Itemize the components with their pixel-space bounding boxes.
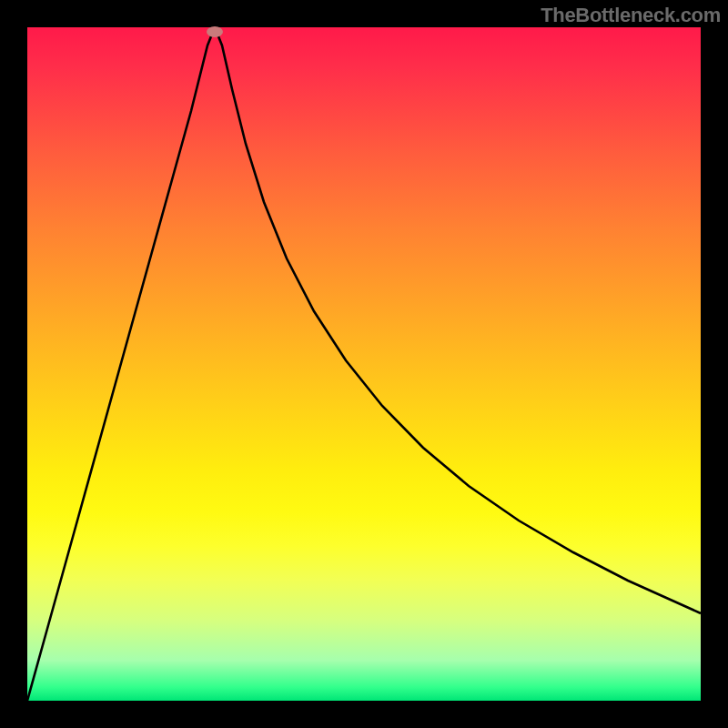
curve-line <box>27 27 701 701</box>
plot-area <box>27 27 701 701</box>
watermark-text: TheBottleneck.com <box>541 4 721 27</box>
chart-container: TheBottleneck.com <box>0 0 728 728</box>
curve-svg <box>27 27 701 701</box>
data-point-marker <box>207 26 223 37</box>
